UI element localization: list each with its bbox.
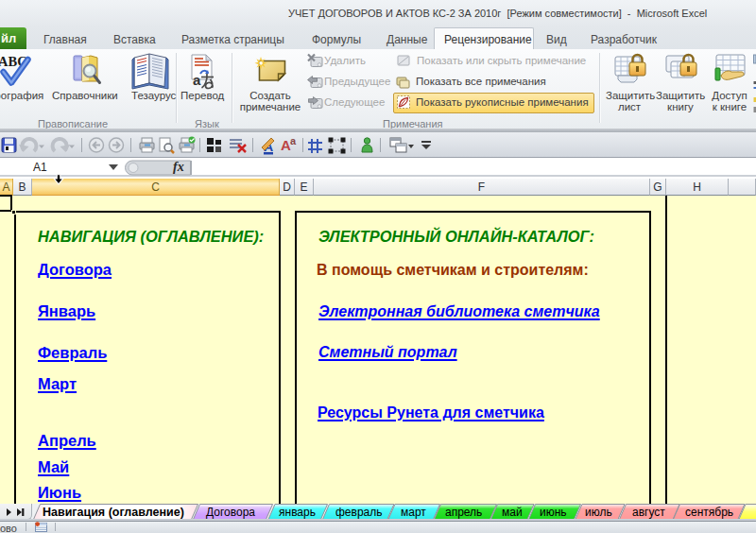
svg-text:а: а [290, 135, 297, 146]
svg-text:а: а [193, 72, 201, 88]
